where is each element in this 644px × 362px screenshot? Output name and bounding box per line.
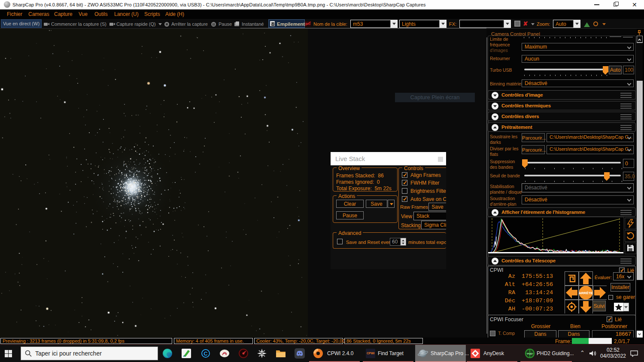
svg-text:C: C [204, 350, 208, 357]
svg-text:ARRÊTE: ARRÊTE [579, 291, 593, 295]
svg-text:PHD: PHD [527, 353, 533, 355]
